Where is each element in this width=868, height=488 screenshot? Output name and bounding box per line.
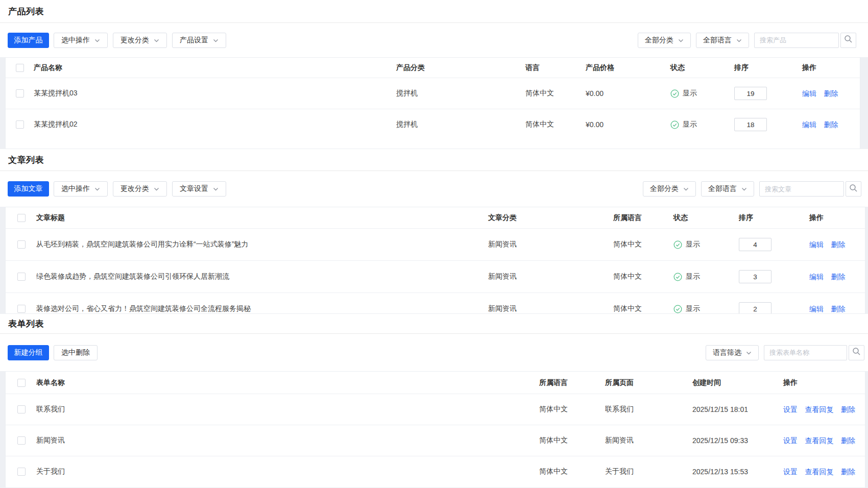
category-filter-dropdown[interactable]: 全部分类 bbox=[638, 33, 691, 48]
row-checkbox[interactable] bbox=[17, 240, 26, 249]
edit-link[interactable]: 编辑 bbox=[809, 305, 824, 313]
settings-link[interactable]: 设置 bbox=[783, 468, 798, 476]
batch-action-dropdown[interactable]: 选中操作 bbox=[54, 181, 108, 197]
sort-order-input[interactable] bbox=[739, 302, 771, 314]
check-circle-icon bbox=[673, 305, 682, 313]
delete-link[interactable]: 删除 bbox=[824, 89, 838, 97]
chevron-down-icon bbox=[736, 39, 742, 43]
check-circle-icon bbox=[673, 240, 682, 249]
status-badge: 显示 bbox=[673, 240, 739, 249]
product-settings-dropdown[interactable]: 产品设置 bbox=[172, 33, 226, 48]
table-row: 联系我们 简体中文 联系我们 2025/12/15 18:01 设置 查看回复 … bbox=[6, 394, 865, 425]
articles-toolbar: 添加文章 选中操作 更改分类 文章设置 全部分类 全部语言 bbox=[0, 171, 868, 207]
language-filter-dropdown[interactable]: 语言筛选 bbox=[706, 345, 759, 360]
language-filter-dropdown[interactable]: 全部语言 bbox=[696, 33, 749, 48]
search-button[interactable] bbox=[840, 33, 856, 48]
batch-action-dropdown[interactable]: 选中操作 bbox=[54, 33, 108, 48]
table-row: 关于我们 简体中文 关于我们 2025/12/13 15:53 设置 查看回复 … bbox=[6, 456, 865, 487]
check-circle-icon bbox=[670, 120, 679, 129]
forms-section: 表单列表 新建分组 选中删除 语言筛选 表单名称 所属语言 所属页面 创建时间 … bbox=[0, 314, 868, 488]
edit-link[interactable]: 编辑 bbox=[809, 240, 824, 249]
sort-order-input[interactable] bbox=[739, 238, 771, 251]
products-table-header: 产品名称 产品分类 语言 产品价格 状态 排序 操作 bbox=[6, 58, 860, 78]
chevron-down-icon bbox=[94, 39, 100, 43]
search-icon bbox=[852, 347, 861, 358]
page-title: 产品列表 bbox=[8, 6, 44, 17]
edit-link[interactable]: 编辑 bbox=[809, 273, 824, 281]
row-checkbox[interactable] bbox=[17, 436, 26, 445]
form-name: 关于我们 bbox=[36, 467, 539, 476]
add-article-button[interactable]: 添加文章 bbox=[8, 181, 49, 197]
delete-selected-button[interactable]: 选中删除 bbox=[54, 345, 98, 360]
delete-link[interactable]: 删除 bbox=[841, 436, 855, 445]
select-all-checkbox[interactable] bbox=[17, 379, 26, 387]
chevron-down-icon bbox=[154, 187, 159, 191]
row-checkbox[interactable] bbox=[17, 468, 26, 476]
search-button[interactable] bbox=[846, 181, 861, 197]
change-category-dropdown[interactable]: 更改分类 bbox=[113, 33, 167, 48]
add-product-button[interactable]: 添加产品 bbox=[8, 33, 49, 48]
products-section: 产品列表 添加产品 选中操作 更改分类 产品设置 全部分类 全部语言 bbox=[0, 0, 868, 149]
search-button[interactable] bbox=[849, 345, 864, 360]
language-filter-dropdown[interactable]: 全部语言 bbox=[701, 181, 754, 197]
search-icon bbox=[844, 35, 853, 45]
articles-table: 文章标题 文章分类 所属语言 状态 排序 操作 从毛坯到精装，鼎筑空间建筑装修公… bbox=[5, 207, 865, 314]
row-checkbox[interactable] bbox=[17, 305, 26, 313]
delete-link[interactable]: 删除 bbox=[831, 273, 845, 281]
view-replies-link[interactable]: 查看回复 bbox=[805, 468, 833, 476]
select-all-checkbox[interactable] bbox=[17, 214, 26, 222]
forms-toolbar: 新建分组 选中删除 语言筛选 bbox=[0, 334, 868, 371]
article-title: 从毛坯到精装，鼎筑空间建筑装修公司用实力诠释“一站式装修”魅力 bbox=[36, 240, 488, 249]
table-row: 装修选对公司，省心又省力！鼎筑空间建筑装修公司全流程服务揭秘 新闻资讯 简体中文… bbox=[6, 292, 865, 314]
select-all-checkbox[interactable] bbox=[16, 64, 24, 72]
chevron-down-icon bbox=[94, 187, 100, 191]
products-toolbar: 添加产品 选中操作 更改分类 产品设置 全部分类 全部语言 bbox=[0, 23, 868, 57]
table-row: 从毛坯到精装，鼎筑空间建筑装修公司用实力诠释“一站式装修”魅力 新闻资讯 简体中… bbox=[6, 228, 865, 260]
settings-link[interactable]: 设置 bbox=[783, 405, 798, 413]
delete-link[interactable]: 删除 bbox=[824, 120, 838, 129]
forms-table: 表单名称 所属语言 所属页面 创建时间 操作 联系我们 简体中文 联系我们 20… bbox=[5, 371, 865, 488]
article-settings-dropdown[interactable]: 文章设置 bbox=[172, 181, 226, 197]
delete-link[interactable]: 删除 bbox=[841, 468, 855, 476]
edit-link[interactable]: 编辑 bbox=[802, 120, 816, 129]
delete-link[interactable]: 删除 bbox=[831, 305, 845, 313]
sort-order-input[interactable] bbox=[734, 87, 767, 100]
category-filter-dropdown[interactable]: 全部分类 bbox=[643, 181, 696, 197]
settings-link[interactable]: 设置 bbox=[783, 436, 798, 445]
delete-link[interactable]: 删除 bbox=[841, 405, 855, 413]
row-checkbox[interactable] bbox=[16, 120, 24, 129]
check-circle-icon bbox=[670, 89, 679, 98]
products-table: 产品名称 产品分类 语言 产品价格 状态 排序 操作 某某搅拌机03 搅拌机 简… bbox=[5, 57, 860, 149]
sort-order-input[interactable] bbox=[734, 118, 767, 131]
created-time: 2025/12/15 18:01 bbox=[692, 405, 783, 413]
row-checkbox[interactable] bbox=[17, 405, 26, 413]
sort-order-input[interactable] bbox=[739, 270, 771, 283]
table-row: 某某搅拌机02 搅拌机 简体中文 ¥0.00 显示 编辑 删除 bbox=[6, 109, 860, 140]
table-row: 绿色装修成趋势，鼎筑空间建筑装修公司引领环保人居新潮流 新闻资讯 简体中文 显示… bbox=[6, 260, 865, 292]
status-badge: 显示 bbox=[670, 120, 734, 129]
article-title: 绿色装修成趋势，鼎筑空间建筑装修公司引领环保人居新潮流 bbox=[36, 272, 488, 281]
edit-link[interactable]: 编辑 bbox=[802, 89, 816, 97]
articles-table-header: 文章标题 文章分类 所属语言 状态 排序 操作 bbox=[6, 207, 865, 228]
change-category-dropdown[interactable]: 更改分类 bbox=[113, 181, 167, 197]
form-name: 联系我们 bbox=[36, 405, 539, 414]
article-title: 装修选对公司，省心又省力！鼎筑空间建筑装修公司全流程服务揭秘 bbox=[36, 304, 488, 313]
search-article-input[interactable] bbox=[759, 181, 844, 197]
status-badge: 显示 bbox=[673, 272, 739, 281]
page-title: 表单列表 bbox=[8, 318, 44, 330]
view-replies-link[interactable]: 查看回复 bbox=[805, 436, 833, 445]
search-product-input[interactable] bbox=[754, 33, 839, 48]
chevron-down-icon bbox=[154, 39, 159, 43]
products-title-bar: 产品列表 bbox=[0, 0, 868, 23]
new-group-button[interactable]: 新建分组 bbox=[8, 345, 49, 360]
row-checkbox[interactable] bbox=[17, 273, 26, 281]
row-checkbox[interactable] bbox=[16, 89, 24, 97]
view-replies-link[interactable]: 查看回复 bbox=[805, 405, 833, 413]
status-badge: 显示 bbox=[670, 89, 734, 98]
chevron-down-icon bbox=[678, 39, 684, 43]
delete-link[interactable]: 删除 bbox=[831, 240, 845, 249]
chevron-down-icon bbox=[741, 187, 747, 191]
chevron-down-icon bbox=[683, 187, 689, 191]
search-form-input[interactable] bbox=[764, 345, 847, 360]
table-row: 某某搅拌机03 搅拌机 简体中文 ¥0.00 显示 编辑 删除 bbox=[6, 78, 860, 109]
